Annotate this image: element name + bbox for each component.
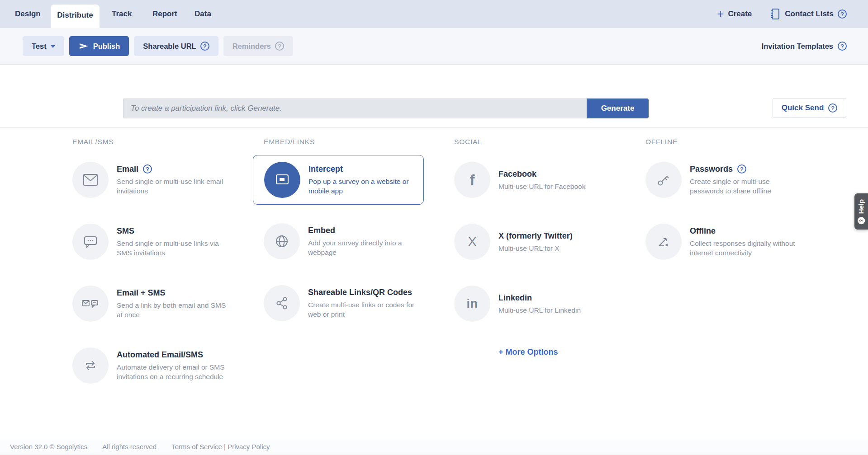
section-divider xyxy=(0,127,868,128)
quick-send-label: Quick Send xyxy=(782,103,824,113)
tab-report[interactable]: Report xyxy=(152,0,177,28)
create-button[interactable]: + Create xyxy=(717,9,752,19)
dist-item-sms[interactable]: SMS Send single or multi-use links via S… xyxy=(72,224,253,260)
dist-item-email-sms[interactable]: Email + SMS Send a link by both email an… xyxy=(72,286,253,322)
tab-track[interactable]: Track xyxy=(112,0,132,28)
survey-state-dropdown[interactable]: Test xyxy=(23,36,64,56)
item-title: Email xyxy=(117,164,138,174)
item-desc: Multi-use URL for Linkedin xyxy=(498,305,610,315)
toolbar-buttons: Test Publish Shareable URL ? Reminders ? xyxy=(23,28,293,64)
shareable-url-help-icon[interactable]: ? xyxy=(200,42,209,51)
help-tab-inner: ? Help xyxy=(858,199,865,224)
item-title: X (formerly Twitter) xyxy=(498,231,573,241)
item-title: Email + SMS xyxy=(117,288,166,298)
dist-item-x-twitter[interactable]: X X (formerly Twitter) Multi-use URL for… xyxy=(454,224,635,260)
shareable-url-label: Shareable URL xyxy=(143,42,196,51)
item-title: Shareable Links/QR Codes xyxy=(308,287,412,297)
item-desc: Pop up a survey on a website or mobile a… xyxy=(308,177,413,196)
quick-send-help-icon[interactable]: ? xyxy=(828,103,837,113)
email-icon xyxy=(72,162,109,198)
item-title: Linkedin xyxy=(498,293,532,303)
item-title: SMS xyxy=(117,226,134,236)
globe-icon xyxy=(264,223,300,259)
quick-send-button[interactable]: Quick Send ? xyxy=(773,98,846,118)
tab-design[interactable]: Design xyxy=(15,0,41,28)
column-embed-links: EMBED/LINKS Intercept Pop up a survey on… xyxy=(253,138,443,347)
item-desc: Multi-use URL for X xyxy=(498,244,610,253)
publish-label: Publish xyxy=(93,42,120,51)
item-title: Intercept xyxy=(308,164,343,174)
tab-distribute[interactable]: Distribute xyxy=(51,5,100,28)
item-desc: Multi-use URL for Facebook xyxy=(498,182,610,191)
dist-item-facebook[interactable]: f Facebook Multi-use URL for Facebook xyxy=(454,162,635,198)
contact-lists-help-icon[interactable]: ? xyxy=(838,9,847,19)
item-desc: Send single or multi-use links via SMS i… xyxy=(117,239,228,258)
invitation-templates-help-icon[interactable]: ? xyxy=(838,42,847,51)
column-email-sms: EMAIL/SMS Email ? Send single or multi-u… xyxy=(72,138,253,409)
dist-item-passwords[interactable]: Passwords ? Create single or multi-use p… xyxy=(645,162,826,198)
intercept-card: Intercept Pop up a survey on a website o… xyxy=(253,155,424,205)
sms-icon xyxy=(72,224,109,260)
tab-data[interactable]: Data xyxy=(194,0,211,28)
email-help-icon[interactable]: ? xyxy=(143,164,152,174)
footer-legal-links[interactable]: Terms of Service | Privacy Policy xyxy=(171,443,270,450)
dist-item-linkedin[interactable]: in Linkedin Multi-use URL for Linkedin xyxy=(454,286,635,322)
reminders-button: Reminders ? xyxy=(223,36,293,56)
passwords-help-icon[interactable]: ? xyxy=(737,164,746,174)
generate-button[interactable]: Generate xyxy=(587,99,649,118)
item-desc: Add your survey directly into a webpage xyxy=(308,238,419,257)
column-header: EMAIL/SMS xyxy=(72,138,253,146)
item-title: Offline xyxy=(690,226,716,236)
footer-rights: All rights reserved xyxy=(102,443,157,450)
item-title: Facebook xyxy=(498,169,536,179)
item-title: Embed xyxy=(308,225,335,235)
item-desc: Send single or multi-use link email invi… xyxy=(117,177,228,196)
column-header: SOCIAL xyxy=(454,138,635,146)
distribute-page: Design Distribute Track Report Data + Cr… xyxy=(0,0,868,455)
item-desc: Create multi-use links or codes for web … xyxy=(308,300,419,319)
footer: Version 32.0 © Sogolytics All rights res… xyxy=(0,438,868,455)
item-desc: Send a link by both email and SMS at onc… xyxy=(117,300,228,319)
dist-item-offline[interactable]: Offline Collect responses digitally with… xyxy=(645,224,826,260)
shareable-url-button[interactable]: Shareable URL ? xyxy=(134,36,218,56)
item-desc: Create single or multi-use passwords to … xyxy=(690,177,801,196)
reminders-help-icon: ? xyxy=(275,42,284,51)
main-tab-bar: Design Distribute Track Report Data + Cr… xyxy=(0,0,868,28)
contact-lists-label: Contact Lists xyxy=(785,9,834,19)
more-options-link[interactable]: + More Options xyxy=(498,347,635,357)
dist-item-embed[interactable]: Embed Add your survey directly into a we… xyxy=(264,223,443,259)
tabbar-actions: + Create Contact Lists ? xyxy=(717,0,847,28)
dist-item-shareable-links[interactable]: Shareable Links/QR Codes Create multi-us… xyxy=(264,285,443,321)
share-icon xyxy=(264,285,300,321)
x-icon: X xyxy=(454,224,490,260)
participation-link-input[interactable] xyxy=(123,99,587,118)
dist-item-intercept[interactable]: Intercept Pop up a survey on a website o… xyxy=(264,162,413,198)
create-label: Create xyxy=(728,9,752,19)
plus-icon: + xyxy=(717,8,724,19)
column-header: OFFLINE xyxy=(645,138,826,146)
offline-icon xyxy=(645,224,682,260)
automated-email-sms-icon xyxy=(72,347,109,384)
key-icon xyxy=(645,162,682,198)
column-social: SOCIAL f Facebook Multi-use URL for Face… xyxy=(454,138,635,357)
chevron-down-icon xyxy=(51,45,55,48)
notebook-icon xyxy=(769,8,781,20)
reminders-label: Reminders xyxy=(232,42,271,51)
contact-lists-button[interactable]: Contact Lists ? xyxy=(769,8,847,20)
survey-state-label: Test xyxy=(32,42,47,51)
invitation-templates-button[interactable]: Invitation Templates ? xyxy=(762,28,847,64)
distribute-toolbar: Test Publish Shareable URL ? Reminders ? xyxy=(0,28,868,65)
item-title: Automated Email/SMS xyxy=(117,350,203,360)
send-icon xyxy=(78,41,89,51)
item-desc: Automate delivery of email or SMS invita… xyxy=(117,362,228,381)
help-tab[interactable]: ? Help xyxy=(854,193,868,230)
column-header: EMBED/LINKS xyxy=(264,138,443,146)
publish-button[interactable]: Publish xyxy=(69,36,129,56)
footer-version: Version 32.0 © Sogolytics xyxy=(10,443,87,450)
item-title: Passwords xyxy=(690,164,733,174)
column-offline: OFFLINE Passwords ? Create single or mul… xyxy=(645,138,826,286)
item-desc: Collect responses digitally without inte… xyxy=(690,239,801,258)
dist-item-email[interactable]: Email ? Send single or multi-use link em… xyxy=(72,162,253,198)
dist-item-automated-email-sms[interactable]: Automated Email/SMS Automate delivery of… xyxy=(72,347,253,384)
help-label: Help xyxy=(858,199,865,214)
